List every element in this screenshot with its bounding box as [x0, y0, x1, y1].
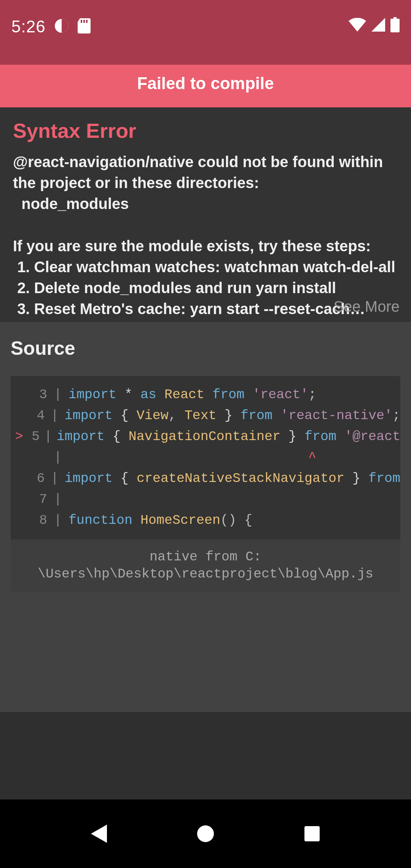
status-time: 5:26 — [11, 17, 46, 36]
error-banner-title: Failed to compile — [137, 74, 274, 93]
recents-button[interactable] — [293, 815, 331, 853]
svg-rect-4 — [393, 17, 397, 19]
sd-card-icon — [78, 18, 91, 35]
code-line: 6|import { createNativeStackNavigator } … — [11, 468, 400, 489]
svg-point-6 — [197, 825, 214, 842]
status-left: 5:26 — [11, 17, 91, 36]
code-block: 3|import * as React from 'react';4|impor… — [11, 376, 400, 592]
code-lines[interactable]: 3|import * as React from 'react';4|impor… — [11, 376, 400, 539]
home-button[interactable] — [186, 815, 225, 853]
code-footer: native from C: \Users\hp\Desktop\reactpr… — [11, 539, 400, 592]
code-line: 7| — [11, 489, 400, 510]
error-banner: Failed to compile — [0, 65, 411, 107]
status-bar: 5:26 — [0, 0, 411, 65]
code-line: >5|import { NavigationContainer } from '… — [11, 426, 400, 447]
code-line: 8|function HomeScreen() { — [11, 510, 400, 531]
wifi-icon — [349, 18, 366, 33]
source-title: Source — [11, 337, 400, 359]
signal-icon — [371, 18, 385, 33]
error-details: Syntax Error @react-navigation/native co… — [0, 107, 411, 322]
back-button[interactable] — [80, 815, 118, 853]
svg-rect-3 — [86, 20, 88, 23]
svg-rect-5 — [390, 19, 400, 32]
code-line: 3|import * as React from 'react'; — [11, 385, 400, 405]
bottom-gap — [0, 712, 411, 799]
error-message: @react-navigation/native could not be fo… — [13, 152, 398, 320]
android-nav-bar — [0, 799, 411, 868]
see-more-button[interactable]: See More — [334, 298, 400, 315]
battery-icon — [390, 17, 400, 34]
svg-rect-2 — [83, 20, 85, 23]
status-right — [349, 17, 400, 34]
error-type: Syntax Error — [13, 119, 398, 142]
contrast-icon — [54, 18, 69, 35]
code-line: | ^ — [11, 447, 400, 468]
source-section: Source 3|import * as React from 'react';… — [0, 322, 411, 712]
screen: 5:26 Failed to compile Syntax Error @r — [0, 0, 411, 868]
code-line: 4|import { View, Text } from 'react-nati… — [11, 405, 400, 426]
svg-rect-7 — [304, 826, 320, 841]
svg-rect-1 — [81, 20, 82, 23]
